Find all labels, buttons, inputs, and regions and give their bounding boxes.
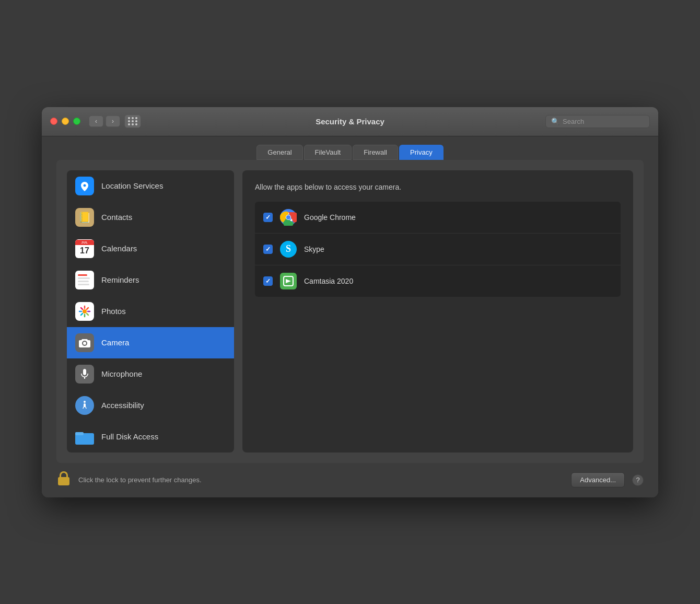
location-services-icon xyxy=(75,177,94,195)
bottom-bar: Click the lock to prevent further change… xyxy=(42,463,658,497)
sidebar-item-microphone[interactable]: Microphone xyxy=(67,358,234,390)
sidebar-item-accessibility[interactable]: Accessibility xyxy=(67,390,234,421)
camtasia-name: Camtasia 2020 xyxy=(304,277,353,285)
reminders-icon xyxy=(75,271,94,289)
skype-icon: S xyxy=(280,241,297,258)
sidebar-item-location-services[interactable]: Location Services xyxy=(67,170,234,202)
lock-text: Click the lock to prevent further change… xyxy=(78,476,564,484)
tab-general[interactable]: General xyxy=(256,145,302,160)
lock-shackle xyxy=(60,471,68,478)
sidebar-item-label: Camera xyxy=(101,338,129,347)
app-item-skype[interactable]: ✓ S Skype xyxy=(255,234,621,265)
help-button[interactable]: ? xyxy=(632,474,644,486)
svg-point-9 xyxy=(83,342,86,345)
microphone-icon xyxy=(75,365,94,384)
svg-line-6 xyxy=(87,313,88,315)
content-wrapper: Location Services 📒 Contacts JUL 17 Cale… xyxy=(56,160,644,463)
skype-checkbox[interactable]: ✓ xyxy=(263,245,273,254)
full-disk-access-icon xyxy=(75,427,94,446)
tab-privacy[interactable]: Privacy xyxy=(399,145,444,160)
sidebar-item-label: Full Disk Access xyxy=(101,432,158,441)
lock-icon[interactable] xyxy=(56,471,71,489)
sidebar-item-label: Accessibility xyxy=(101,401,144,410)
sidebar-item-label: Contacts xyxy=(101,213,132,222)
main-panel: Allow the apps below to access your came… xyxy=(242,170,633,452)
traffic-lights xyxy=(50,118,80,125)
maximize-button[interactable] xyxy=(73,118,80,125)
svg-rect-12 xyxy=(75,432,84,435)
chrome-name: Google Chrome xyxy=(304,213,356,222)
svg-point-0 xyxy=(83,309,87,313)
sidebar-item-camera[interactable]: Camera xyxy=(67,327,234,358)
sidebar-item-photos[interactable]: Photos xyxy=(67,296,234,327)
camera-description: Allow the apps below to access your came… xyxy=(255,183,621,191)
grid-button[interactable] xyxy=(124,114,141,128)
forward-icon: › xyxy=(112,118,114,125)
svg-point-10 xyxy=(84,401,86,403)
chrome-icon xyxy=(280,209,297,226)
sidebar-item-label: Photos xyxy=(101,307,126,316)
sidebar-item-label: Microphone xyxy=(101,369,142,378)
main-window: ‹ › Security & Privacy 🔍 Search General … xyxy=(42,107,658,497)
sidebar: Location Services 📒 Contacts JUL 17 Cale… xyxy=(67,170,234,452)
checkmark-icon: ✓ xyxy=(265,214,271,221)
tab-filevault[interactable]: FileVault xyxy=(304,145,352,160)
sidebar-item-full-disk-access[interactable]: Full Disk Access xyxy=(67,421,234,452)
back-button[interactable]: ‹ xyxy=(89,115,103,127)
camera-icon xyxy=(75,333,94,352)
sidebar-item-calendars[interactable]: JUL 17 Calendars xyxy=(67,233,234,264)
titlebar: ‹ › Security & Privacy 🔍 Search xyxy=(42,107,658,136)
sidebar-item-label: Calendars xyxy=(101,244,137,253)
sidebar-item-contacts[interactable]: 📒 Contacts xyxy=(67,202,234,233)
minimize-button[interactable] xyxy=(62,118,69,125)
app-item-camtasia[interactable]: ✓ Camtasia 2020 xyxy=(255,265,621,297)
contacts-icon: 📒 xyxy=(75,208,94,227)
camtasia-icon xyxy=(280,273,297,289)
forward-button[interactable]: › xyxy=(106,115,120,127)
search-icon: 🔍 xyxy=(551,118,559,125)
accessibility-icon xyxy=(75,396,94,415)
svg-line-5 xyxy=(81,308,83,309)
lock-body xyxy=(58,477,69,485)
nav-buttons: ‹ › xyxy=(89,115,120,127)
calendars-icon: JUL 17 xyxy=(75,239,94,258)
grid-icon xyxy=(128,117,138,125)
apps-list: ✓ Google Ch xyxy=(255,202,621,297)
app-item-google-chrome[interactable]: ✓ Google Ch xyxy=(255,202,621,234)
camtasia-checkbox[interactable]: ✓ xyxy=(263,276,273,286)
checkmark-icon: ✓ xyxy=(265,277,271,285)
search-placeholder: Search xyxy=(563,118,584,125)
sidebar-item-label: Location Services xyxy=(101,181,163,190)
back-icon: ‹ xyxy=(95,118,97,125)
checkmark-icon: ✓ xyxy=(265,246,271,253)
window-title: Security & Privacy xyxy=(316,117,384,126)
advanced-button[interactable]: Advanced... xyxy=(571,472,625,487)
sidebar-item-label: Reminders xyxy=(101,275,139,284)
svg-line-8 xyxy=(81,313,83,315)
skype-name: Skype xyxy=(304,245,324,253)
svg-line-7 xyxy=(87,308,88,309)
svg-point-17 xyxy=(286,215,290,219)
sidebar-item-reminders[interactable]: Reminders xyxy=(67,264,234,296)
chrome-checkbox[interactable]: ✓ xyxy=(263,213,273,222)
search-bar[interactable]: 🔍 Search xyxy=(545,115,650,128)
photos-icon xyxy=(75,302,94,321)
tab-firewall[interactable]: Firewall xyxy=(353,145,398,160)
tabbar: General FileVault Firewall Privacy xyxy=(42,136,658,160)
close-button[interactable] xyxy=(50,118,57,125)
